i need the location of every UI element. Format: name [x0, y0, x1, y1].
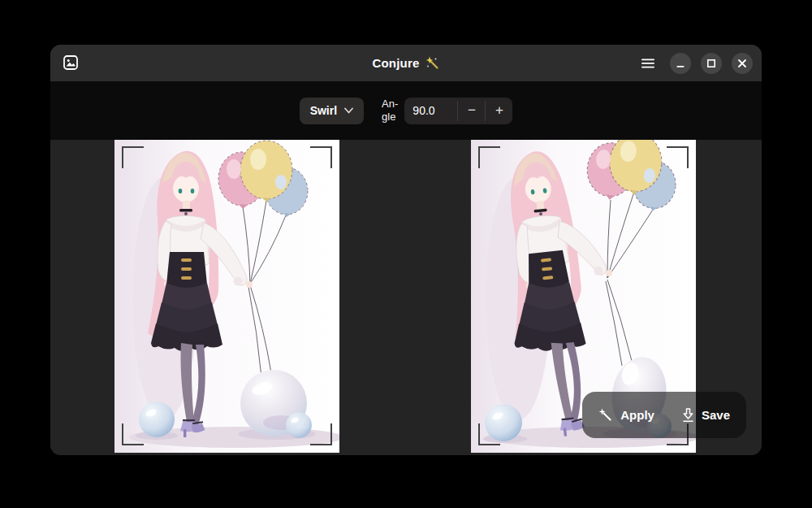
apply-button-label: Apply — [620, 408, 654, 422]
angle-spinbutton: − + — [404, 98, 512, 124]
crop-corner-top-left — [478, 146, 500, 168]
crop-corner-top-right — [310, 146, 332, 168]
angle-increment-button[interactable]: + — [486, 98, 512, 124]
maximize-button[interactable] — [701, 53, 722, 74]
angle-label: An- gle — [382, 98, 398, 124]
crop-corner-bottom-left — [478, 423, 500, 445]
minimize-icon — [676, 59, 685, 68]
save-icon — [682, 408, 694, 423]
magic-wand-emoji — [425, 56, 440, 71]
angle-label-line1: An- — [382, 98, 398, 111]
close-button[interactable] — [732, 53, 753, 74]
maximize-icon — [706, 59, 716, 68]
angle-value-input[interactable] — [404, 98, 457, 124]
app-title: Conjure — [372, 56, 419, 70]
magic-wand-icon — [598, 408, 613, 423]
crop-corner-bottom-right — [310, 423, 332, 445]
apply-button[interactable]: Apply — [585, 392, 668, 438]
window-controls — [636, 45, 753, 81]
crop-corner-top-left — [122, 146, 144, 168]
app-window: Conjure — [50, 45, 762, 455]
filter-dropdown[interactable]: Swirl — [300, 98, 364, 124]
crop-corner-bottom-left — [122, 423, 144, 445]
chevron-down-icon — [344, 107, 353, 114]
original-image-pane[interactable] — [114, 140, 339, 453]
close-icon — [737, 59, 747, 68]
filter-dropdown-label: Swirl — [310, 104, 337, 117]
filter-toolbar: Swirl An- gle − + — [50, 81, 762, 140]
action-pill: Apply Save — [582, 392, 746, 438]
hamburger-menu-icon — [641, 59, 654, 68]
titlebar: Conjure — [50, 45, 762, 81]
content-area: Apply Save — [50, 140, 762, 455]
save-button-label: Save — [702, 408, 730, 422]
crop-corner-top-right — [667, 146, 689, 168]
original-image — [114, 140, 339, 453]
angle-decrement-button[interactable]: − — [458, 98, 485, 124]
angle-label-line2: gle — [382, 111, 398, 124]
minimize-button[interactable] — [670, 53, 691, 74]
save-button[interactable]: Save — [668, 392, 744, 438]
main-menu-button[interactable] — [636, 51, 660, 76]
